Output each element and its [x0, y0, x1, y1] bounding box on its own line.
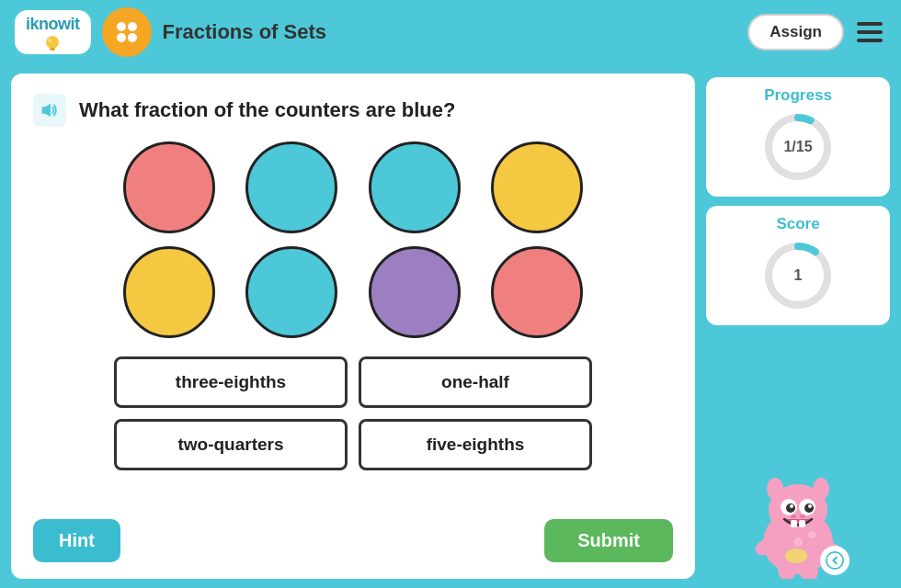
logo-bulb-area	[42, 36, 63, 52]
question-text: What fraction of the counters are blue?	[79, 98, 455, 122]
svg-point-25	[800, 514, 805, 518]
assign-button[interactable]: Assign	[747, 14, 844, 51]
bulb-icon	[42, 36, 63, 52]
progress-card: Progress 1/15	[706, 77, 890, 197]
header: iknowit Fractions of Sets Assign	[0, 0, 901, 64]
score-value: 1	[794, 267, 803, 284]
svg-point-3	[117, 22, 126, 31]
svg-marker-7	[42, 104, 51, 118]
score-circle: 1	[761, 239, 835, 312]
svg-point-5	[117, 33, 126, 42]
bottom-bar: Hint Submit	[33, 512, 673, 562]
svg-point-31	[808, 531, 815, 538]
question-row: What fraction of the counters are blue?	[33, 94, 673, 127]
logo: iknowit	[15, 10, 91, 54]
counters-grid	[114, 141, 592, 338]
counter-5	[245, 246, 337, 338]
choice-b[interactable]: one-half	[359, 356, 592, 408]
svg-point-24	[791, 514, 796, 518]
score-title: Score	[776, 215, 819, 233]
sidebar: Progress 1/15 Score 1	[706, 74, 890, 579]
menu-line-2	[857, 30, 883, 34]
back-button[interactable]	[820, 546, 850, 575]
counter-6	[369, 246, 461, 338]
menu-button[interactable]	[853, 18, 886, 46]
menu-line-1	[857, 22, 883, 26]
counter-2	[369, 141, 461, 233]
svg-rect-22	[791, 520, 797, 527]
counter-4	[123, 246, 215, 338]
lesson-title: Fractions of Sets	[163, 20, 737, 44]
progress-value: 1/15	[783, 139, 812, 155]
counter-7	[491, 246, 583, 338]
header-right: Assign	[747, 14, 886, 51]
logo-text: iknowit	[26, 16, 80, 34]
svg-point-0	[46, 36, 59, 49]
hint-button[interactable]: Hint	[33, 519, 120, 562]
menu-line-3	[857, 39, 883, 42]
choice-c[interactable]: two-quarters	[114, 419, 348, 470]
svg-point-32	[785, 548, 807, 563]
choices-grid: three-eighthsone-halftwo-quartersfive-ei…	[114, 356, 592, 470]
speaker-icon	[40, 100, 60, 120]
svg-point-20	[790, 504, 793, 508]
progress-title: Progress	[764, 86, 832, 105]
choice-a[interactable]: three-eighths	[114, 356, 348, 408]
speaker-button[interactable]	[33, 94, 66, 127]
progress-circle: 1/15	[761, 110, 835, 184]
counter-1	[245, 141, 337, 233]
svg-point-4	[128, 22, 137, 31]
submit-button[interactable]: Submit	[544, 519, 673, 562]
svg-rect-23	[799, 520, 805, 527]
fraction-icon	[112, 17, 142, 47]
main-content: What fraction of the counters are blue? …	[0, 64, 901, 588]
svg-point-30	[793, 537, 803, 547]
svg-point-15	[813, 478, 829, 500]
svg-point-2	[48, 39, 51, 42]
svg-point-14	[767, 478, 783, 500]
svg-point-33	[827, 552, 843, 569]
svg-point-6	[128, 33, 137, 42]
quiz-panel: What fraction of the counters are blue? …	[11, 74, 695, 579]
score-card: Score 1	[706, 206, 890, 325]
back-icon	[826, 551, 844, 570]
choice-d[interactable]: five-eighths	[359, 419, 592, 470]
counter-0	[123, 141, 215, 233]
lesson-icon	[102, 7, 152, 57]
monster-area	[743, 334, 853, 579]
svg-point-21	[808, 504, 812, 508]
counter-3	[491, 141, 583, 233]
svg-rect-1	[50, 48, 55, 51]
